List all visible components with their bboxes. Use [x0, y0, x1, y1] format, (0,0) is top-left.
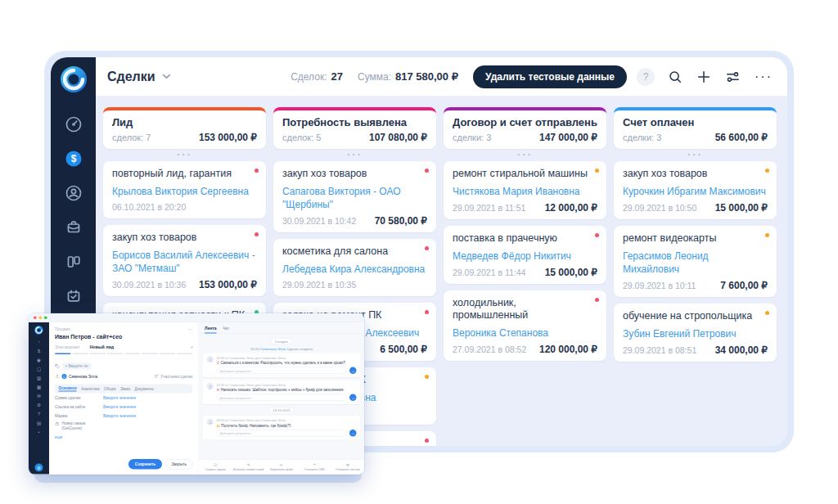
deal-card[interactable]: косметика для салона Лебедева Кира Алекс… — [273, 239, 436, 296]
delete-test-data-button[interactable]: Удалить тестовые данные — [473, 65, 627, 88]
column-header[interactable]: Счет оплачен сделки: 3 56 600,00 ₽ — [614, 107, 777, 149]
deal-card[interactable]: повторный лид, гарантия Крылова Виктория… — [103, 161, 266, 218]
deal-card[interactable]: обучение на стропольщика Зубин Евгений П… — [614, 304, 777, 362]
letter-toolbar-button[interactable]: ✉Отправить письмо — [331, 463, 364, 470]
task-menu-icon[interactable]: ··· — [352, 419, 357, 423]
deal-tab-1[interactable]: Основное — [59, 386, 77, 392]
comment-toolbar-button[interactable]: ✎Добавить комментарий — [232, 463, 264, 470]
deal-card[interactable]: поставка в прачечную Медведев Фёдор Ники… — [444, 226, 606, 284]
notifications-icon[interactable]: • — [36, 429, 43, 435]
app-logo-icon[interactable] — [60, 65, 88, 93]
deal-menu-icon[interactable]: ··· — [188, 327, 193, 331]
help-button[interactable]: ? — [637, 68, 655, 86]
deal-tab-4[interactable]: Заказ — [120, 387, 130, 391]
deal-contact-link[interactable]: Медведев Фёдор Никитич — [453, 250, 597, 263]
deal-card[interactable]: холодильник, промышленный Вероника Степа… — [444, 290, 606, 361]
sidebar-item-kanban[interactable] — [59, 247, 88, 277]
cases-icon[interactable]: ▢ — [36, 366, 43, 372]
calendar-icon[interactable]: ▦ — [36, 384, 43, 390]
kanban-icon[interactable]: ▥ — [36, 375, 43, 381]
deal-amount: 120 000,00 ₽ — [539, 344, 597, 355]
task-menu-icon[interactable]: ··· — [352, 383, 357, 387]
send-result-button[interactable]: → — [349, 367, 357, 375]
attach-toolbar-button[interactable]: ✁Прикрепить файл — [265, 463, 298, 470]
close-button[interactable]: Закрыть — [165, 459, 192, 470]
deal-contact-link[interactable]: Борисов Василий Алексеевич - ЗАО "Метмаш… — [112, 249, 257, 275]
app-logo-icon[interactable] — [34, 326, 43, 335]
deal-contact-link[interactable]: Зубин Евгений Петрович — [623, 327, 768, 340]
filter-sliders-icon[interactable] — [725, 70, 741, 84]
reports-icon[interactable]: ▤ — [36, 420, 43, 426]
deal-contact-link[interactable]: Лебедева Кира Александровна — [282, 263, 427, 276]
deal-contact-link[interactable]: Герасимов Леонид Михайлович — [623, 250, 768, 276]
tag-input[interactable]: + Введите тег — [62, 363, 92, 370]
column-menu-icon[interactable]: ··· — [444, 150, 606, 160]
column-header[interactable]: Лид сделок: 7 153 000,00 ₽ — [103, 107, 266, 149]
field-value-input[interactable]: Введите значение — [103, 404, 136, 409]
stage-select[interactable]: Новый лид — [90, 344, 114, 349]
column-header[interactable]: Договор и счет отправлены сделки: 3 147 … — [444, 107, 606, 149]
deal-tab-5[interactable]: Документы — [135, 387, 154, 391]
chevron-down-icon[interactable]: ▾ — [191, 345, 192, 349]
task-result-input[interactable]: Добавьте результат — [217, 430, 348, 437]
settings-icon[interactable]: ⚙ — [36, 402, 43, 408]
field-value-input[interactable]: Введите значение — [103, 413, 136, 418]
task-result-input[interactable]: Добавьте результат — [217, 394, 348, 402]
deal-contact-link[interactable]: Вероника Степанова — [453, 326, 597, 340]
sidebar-item-deals[interactable]: $ — [59, 144, 88, 173]
deal-card[interactable]: закуп хоз товаров Борисов Василий Алексе… — [103, 225, 266, 296]
deal-card[interactable]: ремонт стиральной машины Чистякова Мария… — [444, 161, 606, 219]
search-icon[interactable] — [668, 70, 683, 84]
deal-card[interactable]: закуп хоз товаров Сапагова Виктория - ОА… — [273, 161, 436, 232]
title-dropdown[interactable] — [162, 74, 171, 79]
deal-card[interactable]: ремонт видеокарты Герасимов Леонид Михай… — [614, 226, 777, 297]
send-result-button[interactable]: → — [349, 430, 357, 437]
profile-gear-icon[interactable]: ⚙ — [35, 464, 43, 472]
deal-contact-link[interactable]: Крылова Виктория Сергеевна — [112, 185, 257, 198]
dashboard-icon[interactable]: ◔ — [36, 339, 43, 345]
deal-contact-link[interactable]: Сапагова Виктория - ОАО "Щербины" — [282, 185, 427, 211]
sidebar-item-dashboard[interactable] — [59, 110, 88, 139]
add-participants-button[interactable]: Участники сделки — [154, 374, 193, 379]
mail-icon[interactable]: ✉ — [36, 393, 43, 399]
help-icon[interactable]: ? — [36, 411, 43, 417]
finance-icon[interactable]: $ — [36, 348, 43, 354]
more-menu-icon[interactable]: ··· — [755, 73, 773, 81]
deal-owner[interactable]: С Семенова Элла — [55, 374, 97, 379]
column-menu-icon[interactable]: ··· — [614, 150, 777, 160]
field-value-input[interactable]: Введите значение — [103, 395, 136, 400]
task-toolbar-button[interactable]: ☑Создать задачу — [199, 463, 232, 470]
deal-contact-link[interactable]: Курочкин Ибрагим Максимович — [623, 185, 768, 198]
column-menu-icon[interactable]: ··· — [103, 150, 266, 160]
more-fields-link[interactable]: ещё — [55, 435, 193, 440]
task-icon: ☑ — [214, 463, 217, 467]
deal-tab-3[interactable]: Общие — [104, 387, 116, 391]
task-card[interactable]: 10:30 от Семенова Элла для Семенова Элла… — [203, 380, 360, 405]
deal-card[interactable]: закуп хоз товаров Курочкин Ибрагим Макси… — [614, 161, 777, 219]
close-window-icon[interactable] — [34, 317, 37, 320]
feed-tab-1[interactable]: Лента — [205, 326, 217, 334]
add-deal-icon[interactable] — [696, 70, 711, 84]
sidebar-item-cases[interactable] — [59, 213, 88, 242]
attach-icon: ✁ — [280, 463, 283, 467]
task-menu-icon[interactable]: ··· — [352, 356, 357, 360]
minimize-window-icon[interactable] — [39, 317, 43, 320]
sidebar-item-calendar[interactable] — [59, 281, 88, 311]
task-card[interactable]: 10:30 от Семенова Элла для Семенова Элла… — [203, 353, 360, 378]
task-card[interactable]: 09:00 от Семенова Элла для Семенова Элла… — [203, 416, 360, 440]
sidebar-item-contacts[interactable] — [59, 178, 88, 208]
column-deal-count: сделок: 5 — [282, 133, 321, 142]
save-button[interactable]: Сохранить — [128, 459, 162, 470]
deal-date: 29.09.2021 в 11:51 — [453, 203, 525, 213]
column-menu-icon[interactable]: ··· — [273, 150, 436, 160]
task-result-input[interactable]: Добавьте результат — [217, 367, 348, 375]
feed-tab-2[interactable]: Чат — [223, 326, 229, 334]
sms-toolbar-button[interactable]: ❞Отправить СМС — [298, 463, 331, 470]
expand-window-icon[interactable] — [44, 317, 47, 320]
send-result-button[interactable]: → — [349, 394, 357, 402]
column-header[interactable]: Потребность выявлена сделок: 5 107 080,0… — [273, 107, 436, 149]
deal-tab-2[interactable]: Аналитика — [81, 387, 99, 391]
deal-field-row: Ссылка на сайтеВведите значение — [55, 403, 193, 412]
deal-contact-link[interactable]: Чистякова Мария Ивановна — [453, 185, 597, 198]
contacts-icon[interactable]: ◉ — [36, 357, 43, 363]
